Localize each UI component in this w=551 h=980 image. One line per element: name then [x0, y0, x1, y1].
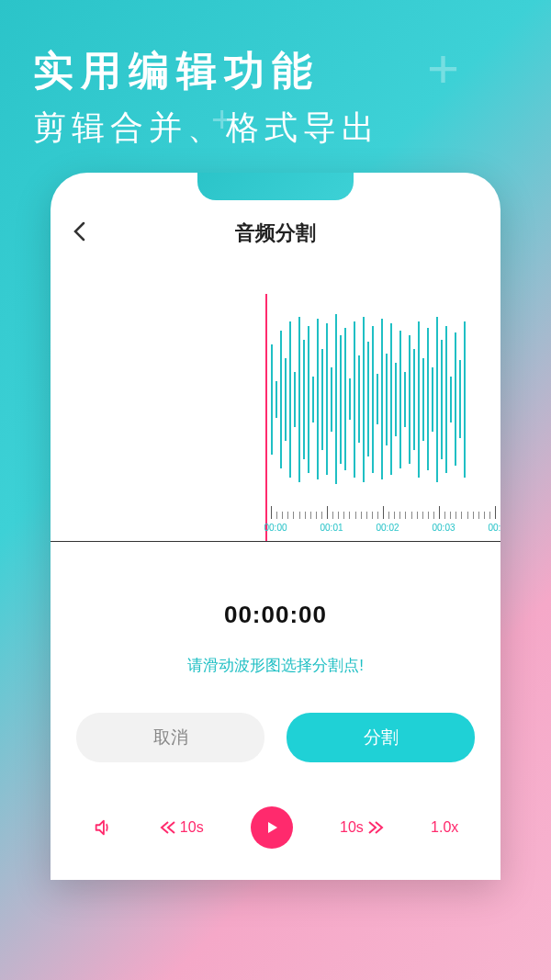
time-ruler: [271, 506, 495, 519]
rewind-label: 10s: [180, 819, 204, 836]
rewind-button[interactable]: 10s: [160, 819, 204, 836]
phone-mockup: 音频分割 00:0000:0100:0200:0300:04 00:00:00 …: [51, 173, 500, 880]
time-label: 00:01: [320, 523, 343, 533]
time-label: 00:03: [432, 523, 455, 533]
playback-controls: 10s 10s 1.0x: [51, 762, 500, 880]
speed-label: 1.0x: [431, 819, 458, 836]
split-button[interactable]: 分割: [287, 713, 475, 762]
time-labels: 00:0000:0100:0200:0300:04: [271, 523, 495, 537]
waveform: [271, 294, 495, 504]
forward-button[interactable]: 10s: [340, 819, 384, 836]
forward-label: 10s: [340, 819, 364, 836]
time-label: 00:00: [264, 523, 287, 533]
decoration-plus: +: [427, 37, 459, 100]
time-label: 00:04: [488, 523, 500, 533]
page-title: 音频分割: [235, 220, 316, 247]
time-display: 00:00:00: [51, 601, 500, 629]
back-button[interactable]: [73, 219, 85, 248]
decoration-plus: +: [211, 99, 232, 141]
volume-button[interactable]: [93, 817, 113, 838]
time-label: 00:02: [376, 523, 399, 533]
promo-subtitle: 剪辑合并、格式导出: [0, 106, 551, 173]
playhead[interactable]: [265, 294, 267, 541]
cancel-button[interactable]: 取消: [76, 713, 264, 762]
hint-text: 请滑动波形图选择分割点!: [51, 655, 500, 676]
waveform-area[interactable]: 00:0000:0100:0200:0300:04: [51, 266, 500, 542]
phone-notch: [197, 173, 354, 200]
nav-bar: 音频分割: [51, 211, 500, 266]
action-buttons: 取消 分割: [51, 676, 500, 762]
speed-button[interactable]: 1.0x: [431, 819, 458, 836]
play-button[interactable]: [251, 806, 293, 849]
promo-title: 实用编辑功能: [0, 0, 551, 106]
